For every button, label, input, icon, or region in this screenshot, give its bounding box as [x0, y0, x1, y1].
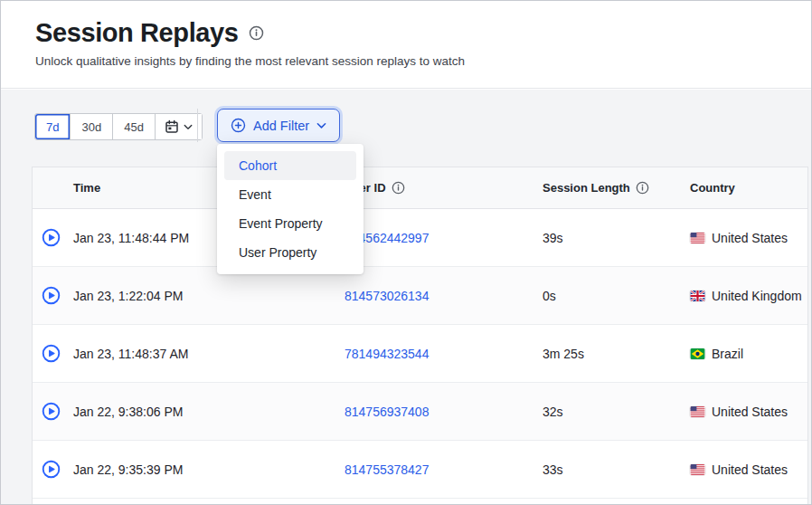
calendar-icon [165, 119, 179, 134]
time-cell: Jan 23, 1:22:04 PM [73, 289, 345, 303]
toolbar-divider [197, 109, 198, 142]
col-country: Country [690, 181, 807, 195]
play-button[interactable] [42, 402, 73, 421]
flag-us-icon [690, 406, 705, 417]
time-cell: Jan 23, 11:48:37 AM [73, 347, 345, 361]
flag-gb-icon [690, 291, 705, 301]
menu-item-cohort[interactable]: Cohort [224, 151, 356, 180]
col-user-id: User ID [345, 181, 543, 195]
range-45d[interactable]: 45d [113, 114, 156, 139]
play-button[interactable] [42, 286, 73, 305]
page-body: 7d 30d 45d Add Filter [1, 90, 811, 504]
session-length-cell: 33s [543, 462, 690, 477]
filter-menu: Cohort Event Event Property User Propert… [217, 144, 364, 274]
flag-us-icon [690, 233, 705, 243]
country-cell: United States [690, 462, 807, 477]
session-replays-page: Session Replays Unlock qualitative insig… [0, 0, 812, 505]
table-header-row: Time User ID Session Length Country [33, 167, 807, 209]
plus-circle-icon [231, 118, 246, 133]
play-button[interactable] [42, 344, 73, 363]
session-length-cell: 0s [543, 289, 690, 303]
country-cell: Brazil [690, 347, 807, 361]
user-id-info-icon[interactable] [392, 181, 405, 195]
page-subtitle: Unlock qualitative insights by finding t… [35, 54, 811, 68]
date-picker-button[interactable] [156, 114, 202, 139]
table-row[interactable]: Jan 22, 9:35:39 PM 814755378427 33s Unit… [33, 441, 807, 499]
range-7d[interactable]: 7d [35, 114, 71, 139]
chevron-down-icon [316, 122, 326, 129]
title-info-icon[interactable] [249, 25, 264, 41]
table-row[interactable]: Jan 23, 11:48:37 AM 781494323544 3m 25s … [33, 325, 807, 383]
play-button[interactable] [42, 460, 73, 479]
time-cell: Jan 22, 9:35:39 PM [73, 462, 345, 477]
play-icon [42, 402, 61, 421]
play-button[interactable] [42, 228, 73, 247]
session-length-cell: 3m 25s [543, 347, 690, 361]
flag-br-icon [690, 348, 705, 359]
menu-item-event-property[interactable]: Event Property [224, 209, 356, 238]
user-id-link[interactable]: 814755378427 [345, 462, 429, 477]
play-icon [42, 344, 61, 363]
time-cell: Jan 22, 9:38:06 PM [73, 405, 345, 419]
session-length-cell: 39s [543, 231, 690, 245]
page-title: Session Replays [35, 18, 239, 48]
chevron-down-icon [184, 124, 193, 130]
table-row[interactable]: Jan 23, 11:48:44 PM 814562442997 39s Uni… [33, 209, 807, 267]
replays-table: Time User ID Session Length Country Jan … [32, 167, 808, 504]
range-group: 7d 30d 45d [34, 113, 203, 140]
user-id-link[interactable]: 781494323544 [345, 347, 429, 361]
play-icon [42, 460, 61, 479]
play-icon [42, 228, 61, 247]
play-icon [42, 286, 61, 305]
col-session-length: Session Length [543, 181, 690, 195]
range-30d[interactable]: 30d [71, 114, 113, 139]
add-filter-label: Add Filter [253, 119, 309, 133]
menu-item-event[interactable]: Event [224, 180, 356, 209]
country-cell: United Kingdom [690, 289, 807, 303]
session-length-info-icon[interactable] [636, 181, 649, 195]
page-header: Session Replays Unlock qualitative insig… [1, 1, 811, 89]
country-cell: United States [690, 231, 807, 245]
flag-us-icon [690, 464, 705, 475]
table-row[interactable]: Jan 23, 1:22:04 PM 814573026134 0s Unite… [33, 267, 807, 325]
country-cell: United States [690, 405, 807, 419]
user-id-link[interactable]: 814573026134 [345, 289, 429, 303]
add-filter-button[interactable]: Add Filter [217, 109, 340, 142]
session-length-cell: 32s [543, 405, 690, 419]
user-id-link[interactable]: 814756937408 [345, 405, 429, 419]
table-row[interactable]: Jan 22, 9:38:06 PM 814756937408 32s Unit… [33, 383, 807, 441]
menu-item-user-property[interactable]: User Property [224, 238, 356, 267]
